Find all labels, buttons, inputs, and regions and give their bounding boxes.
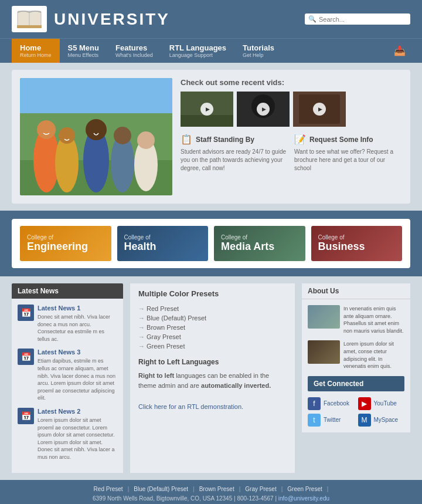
three-columns: Latest News 📅 Latest News 1 Donec sit am… <box>12 283 410 473</box>
header: UNIVERSITY 🔍 <box>0 0 422 38</box>
about-header: About Us <box>302 283 410 299</box>
news-calendar-icon-3: 📅 <box>18 349 34 365</box>
footer: Red Preset | Blue (Default) Preset | Bro… <box>0 480 422 505</box>
news-text-1: Donec sit amet nibh. Viva lacer donec a … <box>38 313 117 343</box>
about-body: In venenatis enim quis ante aliquam orna… <box>302 299 410 432</box>
play-button-1[interactable] <box>200 103 213 116</box>
about-item-2: Lorem ipsum dolor sit amet, conse ctetur… <box>308 340 404 370</box>
logo-text: UNIVERSITY <box>54 10 170 29</box>
video-thumb-1[interactable] <box>181 92 233 127</box>
colleges-section: College of Engineering College of Health… <box>0 211 422 276</box>
search-box[interactable]: 🔍 <box>305 13 410 25</box>
svg-rect-2 <box>17 25 42 28</box>
preset-brown[interactable]: Brown Preset <box>138 323 287 332</box>
svg-point-12 <box>86 119 107 140</box>
social-myspace[interactable]: M MySpace <box>358 414 405 427</box>
request-text: Want to see what we offer? Request a bro… <box>294 148 402 172</box>
facebook-icon: f <box>308 397 321 410</box>
news-title-3[interactable]: Latest News 3 <box>38 349 117 356</box>
social-twitter[interactable]: t Twitter <box>308 414 355 427</box>
about-image-1 <box>308 305 340 329</box>
right-panel: Check out some recent vids: <box>181 78 402 195</box>
rtl-title: Right to Left Languages <box>138 358 287 366</box>
social-youtube[interactable]: ▶ YouTube <box>358 397 405 410</box>
preset-green[interactable]: Green Preset <box>138 341 287 351</box>
social-facebook[interactable]: f Facebook <box>308 397 355 410</box>
college-business[interactable]: College of Business <box>311 226 403 261</box>
college-health[interactable]: College of Health <box>117 226 209 261</box>
rss-icon[interactable]: 📥 <box>389 39 410 63</box>
get-connected-header: Get Connected <box>308 376 404 391</box>
svg-point-14 <box>114 127 131 144</box>
presets-title: Multiple Color Presets <box>138 289 287 298</box>
three-col-section: Latest News 📅 Latest News 1 Donec sit am… <box>0 276 422 480</box>
staff-info-box: 📋 Staff Standing By Student advisors are… <box>181 134 288 172</box>
myspace-icon: M <box>358 414 371 427</box>
news-content-2: Latest News 2 Lorem ipsum dolor sit amet… <box>38 408 117 461</box>
college-media-arts[interactable]: College of Media Arts <box>214 226 305 261</box>
svg-rect-18 <box>181 115 233 127</box>
footer-link-green[interactable]: Green Preset <box>287 486 322 492</box>
about-image-2 <box>308 340 340 364</box>
play-button-3[interactable] <box>313 103 326 116</box>
news-title-2[interactable]: Latest News 2 <box>38 408 117 415</box>
twitter-icon: t <box>308 414 321 427</box>
footer-link-gray[interactable]: Gray Preset <box>245 486 276 492</box>
college-engineering[interactable]: College of Engineering <box>20 226 111 261</box>
video-thumb-2[interactable] <box>237 92 290 127</box>
news-calendar-icon-2: 📅 <box>18 408 34 424</box>
footer-link-red[interactable]: Red Preset <box>94 486 123 492</box>
logo-area: UNIVERSITY <box>12 6 170 32</box>
preset-gray[interactable]: Gray Preset <box>138 332 287 341</box>
preset-red[interactable]: Red Preset <box>138 304 287 313</box>
staff-icon: 📋 <box>181 134 192 145</box>
nav-item-rtl[interactable]: RTL Languages Language Support <box>161 39 234 63</box>
about-text-2: Lorem ipsum dolor sit amet, conse ctetur… <box>343 340 404 370</box>
videos-label: Check out some recent vids: <box>181 78 402 87</box>
search-icon: 🔍 <box>308 15 316 23</box>
news-text-2: Lorem ipsum dolor sit amet proeml ae con… <box>38 417 117 461</box>
hero-section: Check out some recent vids: <box>0 63 422 211</box>
news-calendar-icon-1: 📅 <box>18 305 34 321</box>
social-grid: f Facebook ▶ YouTube t Twitter M MySpace <box>308 397 404 427</box>
search-input[interactable] <box>319 16 407 23</box>
news-title-1[interactable]: Latest News 1 <box>38 305 117 312</box>
youtube-icon: ▶ <box>358 397 371 410</box>
rtl-link[interactable]: Click here for an RTL demonstration. <box>138 403 243 410</box>
news-header: Latest News <box>12 283 123 299</box>
news-content-3: Latest News 3 Etiam dapibus, estmile m e… <box>38 349 117 402</box>
footer-link-blue[interactable]: Blue (Default) Preset <box>134 486 188 492</box>
footer-link-brown[interactable]: Brown Preset <box>199 486 234 492</box>
play-button-2[interactable] <box>257 103 270 116</box>
request-info-box: 📝 Request Some Info Want to see what we … <box>294 134 402 172</box>
svg-point-16 <box>137 131 155 149</box>
middle-column: Multiple Color Presets Red Preset Blue (… <box>130 283 295 473</box>
navigation: Home Return Home S5 Menu Menu Effects Fe… <box>0 38 422 63</box>
nav-item-tutorials[interactable]: Tutorials Get Help <box>234 39 283 63</box>
about-item-1: In venenatis enim quis ante aliquam orna… <box>308 305 404 334</box>
video-thumb-3[interactable] <box>293 92 346 127</box>
svg-point-8 <box>37 120 56 139</box>
svg-point-10 <box>59 127 75 144</box>
nav-item-features[interactable]: Features What's Included <box>107 39 161 63</box>
info-row: 📋 Staff Standing By Student advisors are… <box>181 134 402 172</box>
logo-book-icon <box>12 6 47 32</box>
nav-item-home[interactable]: Home Return Home <box>12 39 60 63</box>
request-icon: 📝 <box>294 134 306 145</box>
main-content: Check out some recent vids: <box>12 70 410 204</box>
news-item-2: 📅 Latest News 2 Lorem ipsum dolor sit am… <box>18 408 117 461</box>
news-text-3: Etiam dapibus, estmile m es tellus ac or… <box>38 357 117 402</box>
rtl-text: Right to left languages can be enabled i… <box>138 371 287 390</box>
about-column: About Us In venenatis enim quis ante ali… <box>302 283 410 473</box>
footer-links: Red Preset | Blue (Default) Preset | Bro… <box>12 486 410 492</box>
colleges-inner: College of Engineering College of Health… <box>12 219 410 268</box>
request-title: 📝 Request Some Info <box>294 134 402 145</box>
hero-image <box>20 78 172 195</box>
footer-email[interactable]: info@university.edu <box>278 495 329 502</box>
preset-blue[interactable]: Blue (Default) Preset <box>138 313 287 323</box>
news-item-1: 📅 Latest News 1 Donec sit amet nibh. Viv… <box>18 305 117 343</box>
news-item-3: 📅 Latest News 3 Etiam dapibus, estmile m… <box>18 349 117 402</box>
staff-text: Student advisors are ready 24/7 to guide… <box>181 148 288 172</box>
about-text-1: In venenatis enim quis ante aliquam orna… <box>343 305 404 334</box>
nav-item-s5menu[interactable]: S5 Menu Menu Effects <box>60 39 107 63</box>
